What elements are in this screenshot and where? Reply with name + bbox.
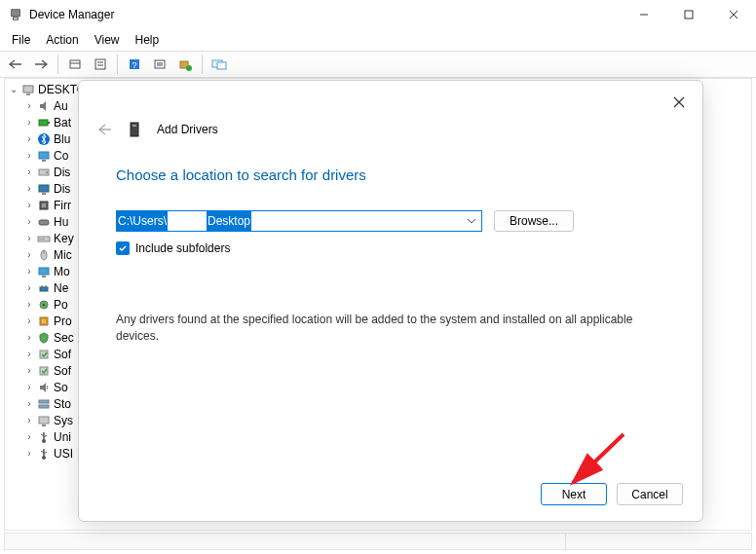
expander-icon[interactable]: › xyxy=(22,448,36,459)
path-selected-1: C:\Users\ xyxy=(117,211,168,231)
expander-icon[interactable]: › xyxy=(22,249,36,260)
include-subfolders-checkbox[interactable] xyxy=(116,241,130,255)
minimize-button[interactable] xyxy=(622,0,666,29)
security-icon xyxy=(36,330,52,346)
expander-icon[interactable]: › xyxy=(22,183,36,194)
dialog-title: Add Drivers xyxy=(157,123,218,136)
hid-icon xyxy=(36,214,52,230)
monitor-icon xyxy=(36,148,52,164)
tree-item-label: Uni xyxy=(54,430,71,444)
system-icon xyxy=(36,413,52,428)
svg-rect-25 xyxy=(42,160,46,162)
include-subfolders-label: Include subfolders xyxy=(135,241,230,255)
back-button[interactable] xyxy=(4,53,27,76)
properties-button[interactable] xyxy=(89,53,112,76)
svg-text:?: ? xyxy=(132,60,136,70)
expander-icon[interactable]: › xyxy=(22,266,36,277)
expander-icon[interactable]: › xyxy=(22,431,36,442)
cancel-button[interactable]: Cancel xyxy=(617,483,683,505)
tree-item-label: Key xyxy=(54,232,74,245)
menu-action[interactable]: Action xyxy=(38,31,86,49)
svg-rect-3 xyxy=(685,11,693,18)
usb-icon xyxy=(36,446,52,462)
svg-point-27 xyxy=(46,171,48,173)
tree-item-label: Blu xyxy=(54,132,70,146)
dialog-back-button[interactable] xyxy=(94,120,114,139)
svg-rect-28 xyxy=(39,185,49,192)
expander-icon[interactable]: › xyxy=(22,415,36,425)
expander-icon[interactable]: › xyxy=(22,315,36,326)
software-icon xyxy=(36,363,52,379)
expander-icon[interactable]: › xyxy=(22,100,36,111)
svg-rect-22 xyxy=(48,122,50,124)
expander-icon[interactable]: › xyxy=(22,150,36,161)
svg-rect-41 xyxy=(40,287,48,291)
expander-icon[interactable]: › xyxy=(22,166,36,177)
devices-button[interactable] xyxy=(208,53,231,76)
expander-icon[interactable]: › xyxy=(22,332,36,343)
expander-icon[interactable]: › xyxy=(22,299,36,310)
expander-icon[interactable]: › xyxy=(22,233,36,243)
tree-item-label: Ne xyxy=(54,281,68,295)
driver-icon xyxy=(128,122,143,137)
svg-point-16 xyxy=(186,65,192,71)
help-button[interactable]: ? xyxy=(123,53,146,76)
disk-icon xyxy=(36,165,52,180)
maximize-button[interactable] xyxy=(666,0,711,29)
expander-icon[interactable]: › xyxy=(22,216,36,227)
svg-rect-14 xyxy=(157,62,163,66)
tree-item-label: Firr xyxy=(54,199,71,212)
forward-button[interactable] xyxy=(29,53,53,76)
expander-icon[interactable]: › xyxy=(22,117,36,128)
mouse-icon xyxy=(36,247,52,263)
show-hidden-button[interactable] xyxy=(63,53,87,76)
svg-rect-51 xyxy=(39,405,49,408)
tree-item-label: So xyxy=(54,381,68,394)
svg-rect-47 xyxy=(42,319,46,323)
add-driver-button[interactable] xyxy=(173,53,197,76)
svg-rect-53 xyxy=(42,425,46,426)
expander-icon[interactable]: › xyxy=(22,282,36,293)
svg-rect-8 xyxy=(95,59,105,69)
expander-icon[interactable]: ⌄ xyxy=(7,84,20,94)
svg-rect-18 xyxy=(217,62,226,69)
monitor-icon xyxy=(36,264,52,279)
toolbar: ? xyxy=(0,51,756,78)
tree-item-label: Dis xyxy=(54,166,70,179)
svg-rect-39 xyxy=(39,268,49,275)
browse-button[interactable]: Browse... xyxy=(494,210,574,232)
svg-rect-20 xyxy=(26,93,30,95)
ports-icon xyxy=(36,297,52,313)
expander-icon[interactable]: › xyxy=(22,382,36,392)
tree-item-label: Pro xyxy=(54,314,72,328)
svg-rect-19 xyxy=(23,86,33,92)
tree-item-label: Sec xyxy=(54,331,74,345)
close-button[interactable] xyxy=(711,0,756,29)
computer-icon xyxy=(20,82,36,97)
menu-view[interactable]: View xyxy=(87,31,128,49)
svg-rect-21 xyxy=(39,120,48,126)
menu-bar: File Action View Help xyxy=(0,29,756,51)
chevron-down-icon[interactable] xyxy=(464,213,479,229)
tree-item-label: Co xyxy=(54,149,68,163)
menu-file[interactable]: File xyxy=(4,31,38,49)
dialog-close-button[interactable] xyxy=(665,89,693,116)
path-combobox[interactable]: C:\Users\ Desktop xyxy=(116,210,482,232)
speaker-icon xyxy=(36,98,52,114)
expander-icon[interactable]: › xyxy=(22,133,36,144)
svg-rect-24 xyxy=(39,152,49,159)
next-button[interactable]: Next xyxy=(541,483,607,505)
expander-icon[interactable]: › xyxy=(22,349,36,359)
scan-button[interactable] xyxy=(148,53,171,76)
svg-rect-1 xyxy=(13,17,18,19)
display-icon xyxy=(36,181,52,197)
svg-rect-50 xyxy=(39,400,49,403)
expander-icon[interactable]: › xyxy=(22,365,36,376)
battery-icon xyxy=(36,115,52,130)
tree-item-label: Sto xyxy=(54,397,71,411)
expander-icon[interactable]: › xyxy=(22,200,36,210)
menu-help[interactable]: Help xyxy=(128,31,168,49)
expander-icon[interactable]: › xyxy=(22,398,36,409)
tree-item-label: Dis xyxy=(54,182,70,196)
tree-item-label: Au xyxy=(54,99,68,113)
